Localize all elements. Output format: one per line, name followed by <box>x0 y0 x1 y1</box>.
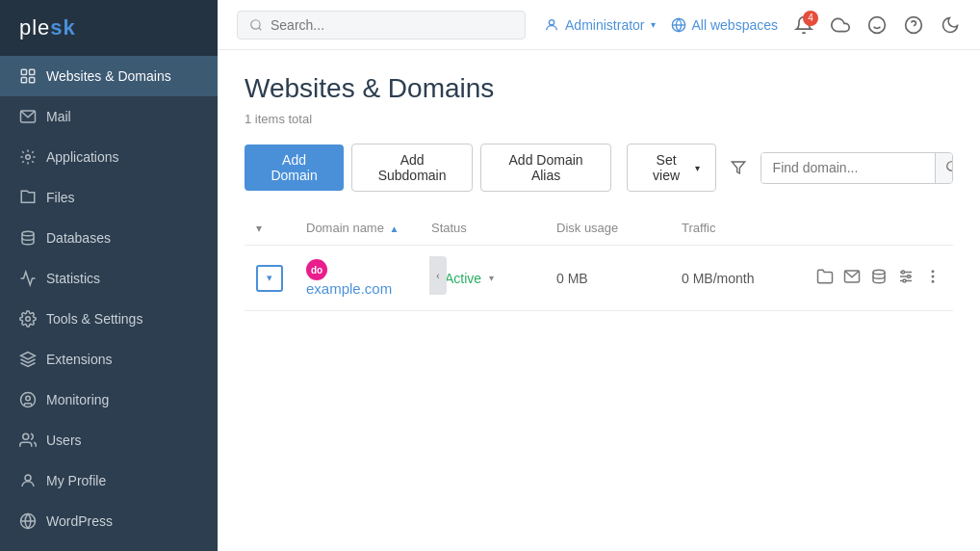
sidebar-item-seo[interactable]: SEO <box>0 541 218 551</box>
sidebar-item-tools-settings[interactable]: Tools & Settings <box>0 299 218 339</box>
set-view-chevron-icon: ▾ <box>695 163 700 173</box>
traffic-value: 0 MB/month <box>682 271 754 286</box>
collapse-all-icon[interactable]: ▾ <box>256 222 262 235</box>
svg-point-19 <box>869 16 886 33</box>
monitoring-icon <box>19 391 37 408</box>
th-domain-name[interactable]: Domain name ▲ <box>295 211 420 246</box>
find-domain-input[interactable] <box>761 153 935 182</box>
find-domain-search-button[interactable] <box>935 153 953 183</box>
sidebar-item-users[interactable]: Users <box>0 420 218 460</box>
help-icon[interactable] <box>903 14 924 36</box>
sidebar-item-label-tools-settings: Tools & Settings <box>46 311 142 327</box>
set-view-button[interactable]: Set view ▾ <box>627 144 716 192</box>
th-traffic: Traffic <box>670 211 805 246</box>
webspaces-menu[interactable]: All webspaces <box>671 17 779 33</box>
folder-icon[interactable] <box>816 268 834 289</box>
svg-point-6 <box>22 231 34 236</box>
svg-point-25 <box>946 161 953 170</box>
files-icon <box>19 189 37 206</box>
svg-point-35 <box>932 271 934 273</box>
sidebar-item-mail[interactable]: Mail <box>0 96 218 137</box>
status-chevron-icon[interactable]: ▾ <box>489 273 494 283</box>
svg-point-32 <box>902 271 905 274</box>
search-box[interactable] <box>237 11 526 39</box>
sidebar-item-monitoring[interactable]: Monitoring <box>0 380 218 420</box>
theme-icon[interactable] <box>940 14 961 36</box>
statistics-icon <box>19 270 37 287</box>
face-icon[interactable] <box>866 14 888 36</box>
sidebar-item-label-mail: Mail <box>46 109 71 124</box>
svg-point-7 <box>26 317 31 322</box>
th-actions <box>805 211 953 246</box>
svg-point-16 <box>549 19 554 24</box>
filter-icon[interactable] <box>724 152 753 183</box>
th-status: Status <box>420 211 545 246</box>
items-count: 1 items total <box>245 112 953 126</box>
sidebar-item-my-profile[interactable]: My Profile <box>0 460 218 501</box>
domain-name-link[interactable]: example.com <box>306 280 392 297</box>
sidebar-nav: Websites & Domains Mail Applications Fil… <box>0 56 218 551</box>
sidebar-item-applications[interactable]: Applications <box>0 137 218 177</box>
svg-marker-24 <box>732 162 744 173</box>
user-chevron-icon: ▾ <box>651 19 656 30</box>
sidebar-item-statistics[interactable]: Statistics <box>0 258 218 299</box>
sidebar-item-label-wordpress: WordPress <box>46 513 113 529</box>
th-disk-usage: Disk usage <box>545 211 670 246</box>
svg-line-15 <box>259 27 262 30</box>
add-domain-button[interactable]: Add Domain <box>245 144 344 191</box>
disk-usage-value: 0 MB <box>556 271 588 286</box>
svg-point-33 <box>908 275 911 277</box>
th-domain-label: Domain name <box>306 221 384 235</box>
svg-point-14 <box>251 19 260 28</box>
svg-point-10 <box>23 433 29 439</box>
sidebar-item-label-my-profile: My Profile <box>46 473 106 488</box>
user-icon <box>544 17 559 33</box>
add-domain-alias-button[interactable]: Add Domain Alias <box>480 144 611 192</box>
svg-rect-0 <box>21 69 26 74</box>
settings-icon <box>19 310 37 328</box>
sidebar-item-websites-domains[interactable]: Websites & Domains <box>0 56 218 96</box>
sidebar-item-wordpress[interactable]: WordPress <box>0 501 218 541</box>
database-action-icon[interactable] <box>870 268 888 289</box>
page-title: Websites & Domains <box>245 73 953 104</box>
sidebar: plesk Websites & Domains Mail Applicatio… <box>0 0 218 551</box>
search-input[interactable] <box>271 17 482 33</box>
sidebar-item-label-databases: Databases <box>46 230 111 246</box>
domain-favicon: do <box>306 259 327 280</box>
sidebar-item-files[interactable]: Files <box>0 177 218 218</box>
tune-action-icon[interactable] <box>897 268 915 289</box>
add-subdomain-button[interactable]: Add Subdomain <box>351 144 473 192</box>
more-actions-icon[interactable] <box>924 268 941 289</box>
topbar: Administrator ▾ All webspaces 4 <box>218 0 980 50</box>
mail-action-icon[interactable] <box>843 268 861 289</box>
sidebar-item-label-applications: Applications <box>46 149 119 165</box>
sidebar-collapse-button[interactable]: ‹ <box>429 256 447 295</box>
webspaces-icon <box>671 17 686 33</box>
sidebar-item-databases[interactable]: Databases <box>0 218 218 258</box>
svg-point-36 <box>932 276 934 277</box>
logo: plesk <box>0 0 218 56</box>
sidebar-item-label-monitoring: Monitoring <box>46 392 109 407</box>
domains-table: ▾ Domain name ▲ Status Disk usage <box>245 211 953 311</box>
cloud-icon[interactable] <box>830 14 851 36</box>
find-search-icon <box>945 160 953 173</box>
sidebar-item-extensions[interactable]: Extensions <box>0 339 218 380</box>
svg-point-28 <box>873 270 885 275</box>
notifications-icon[interactable]: 4 <box>793 14 814 36</box>
topbar-right: Administrator ▾ All webspaces 4 <box>544 14 961 36</box>
webspaces-label: All webspaces <box>692 17 779 33</box>
profile-icon <box>19 472 37 489</box>
svg-point-11 <box>25 475 31 481</box>
user-menu[interactable]: Administrator ▾ <box>544 17 655 33</box>
row-expand-button[interactable]: ▾ <box>256 265 283 292</box>
extensions-icon <box>19 351 37 368</box>
applications-icon <box>19 148 37 166</box>
search-icon <box>249 18 263 32</box>
find-domain-box <box>761 152 953 184</box>
svg-point-9 <box>26 396 31 401</box>
svg-point-34 <box>903 279 906 282</box>
table-row: ▾ do example.com Active ▾ <box>245 246 953 311</box>
th-expand: ▾ <box>245 211 295 246</box>
globe-icon <box>19 67 37 85</box>
row-chevron-down-icon: ▾ <box>267 272 272 284</box>
